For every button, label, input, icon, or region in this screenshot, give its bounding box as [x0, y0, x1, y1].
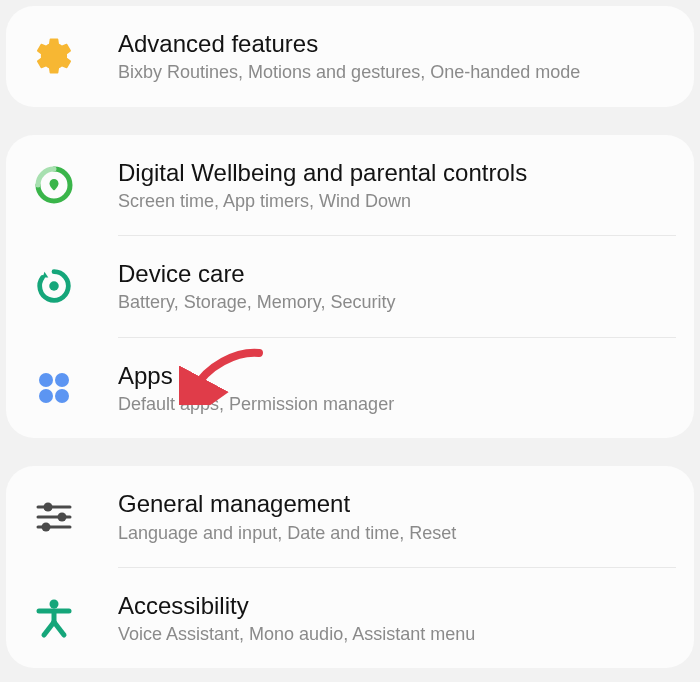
item-title: Device care	[118, 258, 694, 289]
svg-point-11	[50, 600, 59, 609]
item-title: Apps	[118, 360, 694, 391]
item-title: Accessibility	[118, 590, 694, 621]
item-title: General management	[118, 488, 694, 519]
item-subtitle: Voice Assistant, Mono audio, Assistant m…	[118, 623, 694, 646]
item-text: Apps Default apps, Permission manager	[118, 360, 694, 417]
item-subtitle: Screen time, App timers, Wind Down	[118, 190, 694, 213]
device-care-icon	[30, 262, 78, 310]
item-text: Accessibility Voice Assistant, Mono audi…	[118, 590, 694, 647]
group-gap	[0, 107, 700, 135]
accessibility-icon	[30, 594, 78, 642]
settings-item-device-care[interactable]: Device care Battery, Storage, Memory, Se…	[6, 236, 694, 337]
svg-point-1	[39, 373, 53, 387]
item-subtitle: Default apps, Permission manager	[118, 393, 694, 416]
item-subtitle: Battery, Storage, Memory, Security	[118, 291, 694, 314]
group-gap	[0, 438, 700, 466]
settings-item-apps[interactable]: Apps Default apps, Permission manager	[6, 338, 694, 439]
svg-point-4	[55, 389, 69, 403]
item-subtitle: Language and input, Date and time, Reset	[118, 522, 694, 545]
svg-point-0	[49, 282, 59, 292]
item-subtitle: Bixby Routines, Motions and gestures, On…	[118, 61, 694, 84]
item-text: Digital Wellbeing and parental controls …	[118, 157, 694, 214]
sliders-icon	[30, 493, 78, 541]
svg-point-6	[44, 502, 53, 511]
svg-point-3	[39, 389, 53, 403]
apps-icon	[30, 364, 78, 412]
item-title: Digital Wellbeing and parental controls	[118, 157, 694, 188]
svg-point-2	[55, 373, 69, 387]
settings-group-2: Digital Wellbeing and parental controls …	[6, 135, 694, 439]
item-text: Device care Battery, Storage, Memory, Se…	[118, 258, 694, 315]
gear-icon	[30, 32, 78, 80]
svg-point-8	[58, 512, 67, 521]
item-text: Advanced features Bixby Routines, Motion…	[118, 28, 694, 85]
svg-point-10	[42, 522, 51, 531]
settings-group-1: Advanced features Bixby Routines, Motion…	[6, 6, 694, 107]
settings-group-3: General management Language and input, D…	[6, 466, 694, 668]
item-text: General management Language and input, D…	[118, 488, 694, 545]
item-title: Advanced features	[118, 28, 694, 59]
settings-item-accessibility[interactable]: Accessibility Voice Assistant, Mono audi…	[6, 568, 694, 669]
wellbeing-icon	[30, 161, 78, 209]
settings-item-advanced-features[interactable]: Advanced features Bixby Routines, Motion…	[6, 6, 694, 107]
settings-item-general-management[interactable]: General management Language and input, D…	[6, 466, 694, 567]
settings-item-digital-wellbeing[interactable]: Digital Wellbeing and parental controls …	[6, 135, 694, 236]
